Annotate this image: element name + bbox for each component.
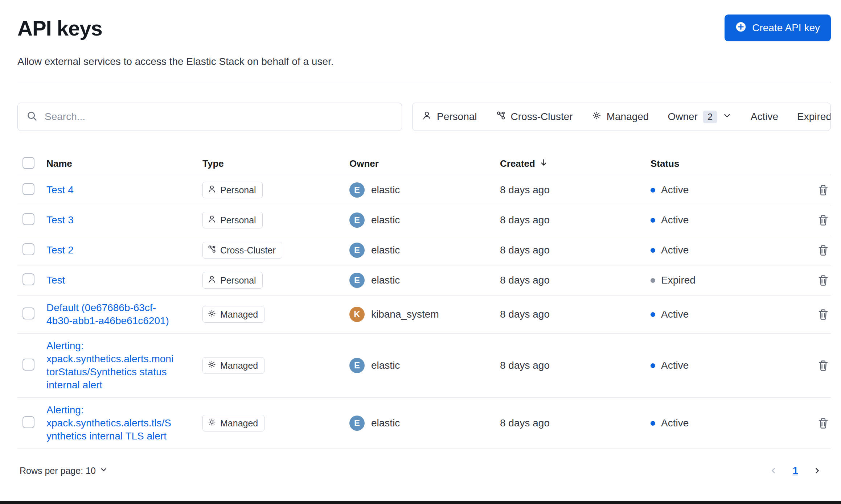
owner-avatar: E [349,273,365,288]
gear-icon [208,360,216,371]
filter-managed-button[interactable]: Managed [582,103,659,131]
filter-owner-dropdown[interactable]: Owner 2 [658,103,741,131]
column-header-status: Status [651,158,809,169]
owner-name: elastic [371,214,400,226]
status-dot [651,312,655,317]
table-row: Test 3 Personal E elastic 8 days ago Act… [17,205,831,235]
type-badge: Personal [202,182,263,198]
delete-api-key-button[interactable] [816,273,831,288]
filter-cross-cluster-button[interactable]: Cross-Cluster [487,103,582,131]
create-api-key-button[interactable]: Create API key [725,15,831,41]
api-key-name-link[interactable]: Test 4 [46,184,74,195]
api-key-name-link[interactable]: Test 2 [46,244,74,256]
type-badge: Managed [202,415,264,431]
created-cell: 8 days ago [500,360,651,371]
created-cell: 8 days ago [500,417,651,429]
status-dot [651,278,655,283]
column-header-created[interactable]: Created [500,158,651,170]
header-divider [17,82,831,82]
type-badge: Cross-Cluster [202,242,282,259]
search-input[interactable] [44,111,393,123]
owner-name: elastic [371,244,400,256]
api-key-name-link[interactable]: Alerting: xpack.synthetics.alerts.monito… [46,340,173,391]
table-row: Default (0e67686b-63cf-4b30-abb1-a46be61… [17,296,831,334]
column-header-type: Type [202,158,349,169]
type-badge-label: Managed [220,309,258,320]
status-dot [651,421,655,426]
table-header-row: Name Type Owner Created Status [17,153,831,175]
type-badge-label: Personal [220,275,256,286]
type-badge-label: Managed [220,360,258,371]
type-badge: Managed [202,357,264,374]
owner-avatar: E [349,243,365,258]
status-dot [651,363,655,368]
filter-active-button[interactable]: Active [741,103,788,131]
select-all-checkbox[interactable] [22,157,34,169]
trash-icon [817,316,829,322]
person-icon [208,275,216,286]
status-label: Active [661,214,689,226]
delete-api-key-button[interactable] [816,307,831,322]
table-body: Test 4 Personal E elastic 8 days ago Act… [17,175,831,449]
api-key-name-link[interactable]: Alerting: xpack.synthetics.alerts.tls/Sy… [46,404,171,442]
owner-name: elastic [371,184,400,196]
delete-api-key-button[interactable] [816,416,831,431]
created-cell: 8 days ago [500,184,651,196]
trash-icon [817,367,829,373]
search-box[interactable] [17,103,402,131]
create-api-key-label: Create API key [752,22,820,34]
owner-avatar: E [349,212,365,228]
row-checkbox[interactable] [22,273,34,285]
filter-owner-label: Owner [668,111,697,123]
trash-icon [817,282,829,288]
api-key-name-link[interactable]: Test [46,274,65,286]
row-checkbox[interactable] [22,183,34,195]
filter-expired-button[interactable]: Expired [788,103,831,131]
page-number-1[interactable]: 1 [792,465,798,476]
owner-name: elastic [371,360,400,371]
delete-api-key-button[interactable] [816,243,831,258]
row-checkbox[interactable] [22,359,34,371]
filter-active-label: Active [751,111,778,123]
api-key-name-link[interactable]: Test 3 [46,214,74,226]
filter-managed-label: Managed [607,111,649,123]
rows-per-page-dropdown[interactable]: Rows per page: 10 [17,465,110,476]
pagination: 1 [768,465,831,476]
chevron-down-icon [99,466,108,476]
table-row: Test 4 Personal E elastic 8 days ago Act… [17,175,831,205]
delete-api-key-button[interactable] [816,212,831,228]
trash-icon [817,192,829,197]
chevron-right-icon [812,471,822,477]
table-footer: Rows per page: 10 1 [17,465,831,476]
delete-api-key-button[interactable] [816,182,831,198]
api-key-name-link[interactable]: Default (0e67686b-63cf-4b30-abb1-a46be61… [46,302,169,326]
cluster-icon [496,111,506,123]
status-dot [651,188,655,193]
filter-personal-button[interactable]: Personal [413,103,487,131]
gear-icon [592,111,602,123]
owner-avatar: E [349,416,365,431]
person-icon [208,185,216,195]
type-badge-label: Personal [220,215,256,226]
row-checkbox[interactable] [22,243,34,255]
row-checkbox[interactable] [22,213,34,225]
owner-count-badge: 2 [703,111,717,123]
chevron-down-icon [722,111,732,123]
previous-page-button[interactable] [768,465,779,476]
row-checkbox[interactable] [22,416,34,428]
status-label: Expired [661,274,696,286]
next-page-button[interactable] [811,465,823,476]
owner-avatar: K [349,307,365,322]
filter-personal-label: Personal [437,111,477,123]
type-badge: Personal [202,212,263,228]
type-badge-label: Personal [220,185,256,195]
filter-cross-cluster-label: Cross-Cluster [511,111,573,123]
search-icon [26,111,37,123]
delete-api-key-button[interactable] [816,358,831,373]
toolbar: Personal Cross-Cluster Managed Owner 2 [17,103,831,131]
row-checkbox[interactable] [22,307,34,319]
api-keys-table: Name Type Owner Created Status Test 4 Pe… [17,153,831,449]
person-icon [422,111,432,123]
trash-icon [817,222,829,227]
page-title: API keys [17,16,102,40]
